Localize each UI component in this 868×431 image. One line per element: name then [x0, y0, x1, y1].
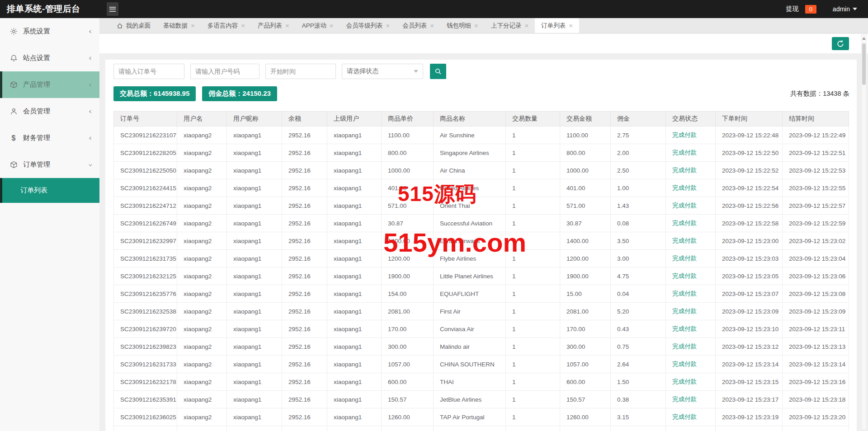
- filter-bar: 请选择状态: [113, 64, 849, 79]
- tab-7[interactable]: 钱包明细×: [440, 18, 485, 33]
- table-cell: 0.38: [611, 391, 666, 408]
- table-cell: xiaopang1: [327, 303, 382, 320]
- table-cell: xiaopang1: [227, 408, 282, 426]
- table-cell: 1900.00: [382, 267, 434, 285]
- table-cell: SC23091216232997: [114, 232, 177, 250]
- table-cell: 完成付款: [666, 179, 716, 197]
- scrollbar-thumb[interactable]: [862, 43, 866, 85]
- user-number-input[interactable]: [190, 64, 259, 79]
- table-cell: xiaopang1: [227, 391, 282, 408]
- user-menu[interactable]: admin: [833, 5, 857, 13]
- table-cell: 1260.00: [560, 408, 611, 426]
- table-cell: 0.75: [611, 338, 666, 356]
- tab-4[interactable]: APP滚动×: [296, 18, 340, 33]
- search-button[interactable]: [430, 64, 446, 79]
- table-cell: xiaopang1: [227, 179, 282, 197]
- tab-8[interactable]: 上下分记录×: [485, 18, 535, 33]
- table-cell: 1: [506, 197, 560, 215]
- table-cell: 300.00: [560, 338, 611, 356]
- table-cell: SC23091216232125: [114, 267, 177, 285]
- sidebar-item-4[interactable]: $财务管理: [0, 125, 99, 151]
- cube-icon: [9, 161, 18, 169]
- table-cell: 2.75: [611, 126, 666, 144]
- sidebar-item-5[interactable]: 订单管理: [0, 151, 99, 178]
- table-cell: 完成付款: [666, 391, 716, 408]
- refresh-button[interactable]: [832, 37, 849, 50]
- sidebar-item-3[interactable]: 会员管理: [0, 98, 99, 125]
- table-cell: 2952.16: [282, 408, 327, 426]
- withdraw-link[interactable]: 提现: [786, 5, 799, 13]
- sidebar-item-2[interactable]: 产品管理: [0, 71, 99, 98]
- withdraw-count-badge[interactable]: 0: [805, 5, 816, 14]
- sidebar-item-label: 会员管理: [23, 107, 50, 116]
- order-number-input[interactable]: [113, 64, 184, 79]
- trade-total-badge[interactable]: 交易总额：6145938.95: [113, 86, 196, 101]
- table-cell: 2023-09-12 15:23:14: [783, 356, 849, 373]
- status-select[interactable]: 请选择状态: [342, 64, 423, 79]
- table-cell: xiaopang1: [227, 285, 282, 303]
- tab-2[interactable]: 多语言内容×: [201, 18, 251, 33]
- table-row: SC23091216228205xiaopang2xiaopang12952.1…: [114, 144, 849, 162]
- tab-1[interactable]: 基础数据×: [157, 18, 201, 33]
- table-cell: 2023-09-12 15:23:16: [783, 373, 849, 391]
- table-cell: xiaopang1: [327, 338, 382, 356]
- hamburger-icon: [109, 5, 116, 13]
- scroll-up-arrow-icon[interactable]: [862, 37, 866, 40]
- start-time-input[interactable]: [265, 64, 336, 79]
- commission-total-badge[interactable]: 佣金总额：24150.23: [202, 86, 277, 101]
- table-cell: xiaopang1: [327, 285, 382, 303]
- close-icon[interactable]: ×: [524, 22, 528, 29]
- table-cell: 完成付款: [666, 144, 716, 162]
- tab-9[interactable]: 订单列表×: [535, 18, 579, 33]
- table-cell: 2952.16: [282, 391, 327, 408]
- chevron-down-icon: [88, 162, 93, 168]
- table-cell: 800.00: [560, 144, 611, 162]
- table-cell: 2023-09-12 15:23:18: [783, 391, 849, 408]
- bell-icon: [9, 54, 18, 62]
- table-cell: xiaopang2: [177, 144, 227, 162]
- tab-0[interactable]: 我的桌面: [110, 18, 157, 33]
- table-cell: [282, 426, 327, 431]
- table-row: SC23091216232997xiaopang2xiaopang12952.1…: [114, 232, 849, 250]
- table-cell: 2023-09-12 15:23:04: [783, 250, 849, 267]
- close-icon[interactable]: ×: [285, 22, 289, 29]
- table-row: SC23091216225050xiaopang2xiaopang12952.1…: [114, 162, 849, 179]
- tab-label: 产品列表: [258, 22, 282, 30]
- column-header: 商品名称: [434, 112, 506, 126]
- close-icon[interactable]: ×: [330, 22, 334, 29]
- table-cell: [434, 426, 506, 431]
- close-icon[interactable]: ×: [386, 22, 390, 29]
- close-icon[interactable]: ×: [474, 22, 478, 29]
- sidebar-item-1[interactable]: 站点设置: [0, 45, 99, 71]
- tab-6[interactable]: 会员列表×: [396, 18, 440, 33]
- close-icon[interactable]: ×: [430, 22, 434, 29]
- chevron-left-icon: [88, 56, 93, 61]
- table-cell: xiaopang1: [327, 408, 382, 426]
- sidebar-item-0[interactable]: 系统设置: [0, 18, 99, 45]
- close-icon[interactable]: ×: [191, 22, 195, 29]
- table-cell: SC23091216236025: [114, 408, 177, 426]
- close-icon[interactable]: ×: [569, 22, 573, 29]
- table-row: SC23091216236025xiaopang2xiaopang12952.1…: [114, 408, 849, 426]
- table-cell: 2023-09-12 15:23:09: [716, 303, 783, 320]
- hamburger-button[interactable]: [107, 2, 118, 16]
- table-cell: SC23091216232178: [114, 373, 177, 391]
- sidebar-subitem-order-list[interactable]: 订单列表: [0, 178, 99, 203]
- table-cell: 2023-09-12 15:23:09: [783, 303, 849, 320]
- table-cell: 2023-09-12 15:22:54: [716, 179, 783, 197]
- table-cell: xiaopang2: [177, 197, 227, 215]
- table-cell: Orient Thai: [434, 197, 506, 215]
- table-cell: 完成付款: [666, 338, 716, 356]
- vertical-scrollbar[interactable]: [861, 34, 867, 430]
- chevron-left-icon: [88, 82, 93, 88]
- column-header: 用户名: [177, 112, 227, 126]
- tab-5[interactable]: 会员等级列表×: [340, 18, 396, 33]
- close-icon[interactable]: ×: [241, 22, 245, 29]
- table-cell: 2023-09-12 15:22:56: [716, 197, 783, 215]
- tab-3[interactable]: 产品列表×: [251, 18, 296, 33]
- table-cell: 1100.00: [560, 126, 611, 144]
- table-cell: xiaopang1: [227, 197, 282, 215]
- table-cell: xiaopang1: [327, 320, 382, 338]
- column-header: 佣金: [611, 112, 666, 126]
- table-cell: 3.50: [611, 232, 666, 250]
